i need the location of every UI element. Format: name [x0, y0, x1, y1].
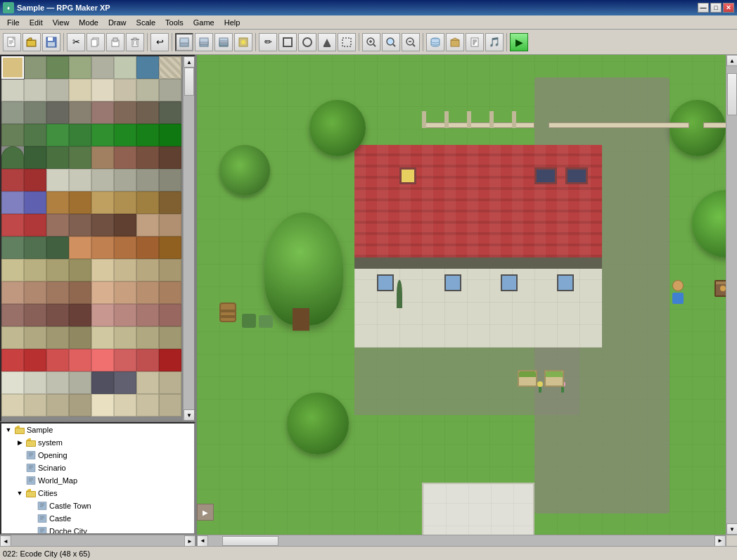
tile[interactable] [69, 349, 91, 371]
tile[interactable] [24, 326, 46, 349]
tree-expand-sample[interactable]: ▼ [3, 426, 14, 433]
tile[interactable] [24, 101, 46, 124]
tile[interactable] [136, 124, 159, 146]
script-button[interactable] [466, 33, 484, 51]
tile[interactable] [159, 79, 181, 101]
tile[interactable] [159, 371, 181, 394]
tile[interactable] [159, 349, 181, 371]
tile[interactable] [69, 259, 91, 281]
tile[interactable] [159, 124, 181, 146]
tile[interactable] [159, 191, 181, 214]
tileset-scroll-down[interactable]: ▼ [184, 409, 195, 421]
tile[interactable] [46, 124, 69, 146]
tile[interactable] [69, 236, 91, 259]
tile[interactable] [136, 371, 159, 394]
undo-button[interactable]: ↩ [150, 33, 169, 51]
tile[interactable] [159, 326, 181, 349]
tile[interactable] [46, 146, 69, 169]
tile[interactable] [91, 124, 114, 146]
tile[interactable] [69, 56, 91, 79]
tree-item-opening[interactable]: ▶ Opening [1, 449, 194, 462]
tile[interactable] [46, 281, 69, 304]
tile[interactable] [24, 169, 46, 191]
tree-expand-cities[interactable]: ▼ [14, 490, 25, 497]
tile[interactable] [46, 371, 69, 394]
new-button[interactable] [3, 33, 21, 51]
map-vscroll[interactable]: ▲ ▼ [726, 55, 737, 535]
tile[interactable] [136, 326, 159, 349]
copy-button[interactable] [86, 33, 105, 51]
tile[interactable] [69, 191, 91, 214]
layer1-button[interactable] [175, 33, 193, 51]
tile[interactable] [24, 214, 46, 236]
tile[interactable] [136, 79, 159, 101]
tree-item-scinario[interactable]: ▶ Scinario [1, 462, 194, 474]
menu-view[interactable]: View [49, 17, 74, 28]
tile[interactable] [69, 124, 91, 146]
tile[interactable] [136, 349, 159, 371]
tree-item-doche-city[interactable]: ▶ Doche City [1, 525, 194, 535]
select-button[interactable] [338, 33, 356, 51]
tile[interactable] [69, 394, 91, 416]
tile[interactable] [91, 56, 114, 79]
fill-button[interactable] [318, 33, 336, 51]
tile[interactable] [159, 236, 181, 259]
tile[interactable] [24, 371, 46, 394]
tile[interactable] [69, 214, 91, 236]
minimize-button[interactable]: — [698, 3, 709, 13]
tile[interactable] [1, 394, 24, 416]
tile[interactable] [46, 236, 69, 259]
tile[interactable] [91, 281, 114, 304]
tile[interactable] [136, 214, 159, 236]
map-nav-arrow[interactable]: ▶ [197, 504, 214, 521]
tile[interactable] [69, 146, 91, 169]
tile[interactable] [91, 304, 114, 326]
tile[interactable] [91, 326, 114, 349]
tile[interactable] [136, 281, 159, 304]
map-tree-hscroll[interactable]: ◄ ► [0, 535, 196, 546]
tree-item-world-map[interactable]: ▶ World_Map [1, 474, 194, 487]
map-viewport[interactable]: ▶ [197, 55, 726, 535]
tile[interactable] [24, 236, 46, 259]
tile[interactable] [114, 326, 136, 349]
tile[interactable] [136, 101, 159, 124]
tree-scroll-right[interactable]: ► [184, 535, 196, 547]
tile[interactable] [1, 371, 24, 394]
tile[interactable] [69, 101, 91, 124]
tile[interactable] [114, 281, 136, 304]
tile[interactable] [1, 236, 24, 259]
tile[interactable] [1, 259, 24, 281]
tile[interactable] [1, 124, 24, 146]
tileset-vscroll[interactable]: ▲ ▼ [183, 56, 194, 421]
tile[interactable] [91, 349, 114, 371]
menu-tools[interactable]: Tools [161, 17, 188, 28]
tile[interactable] [91, 236, 114, 259]
tile[interactable] [114, 101, 136, 124]
save-button[interactable] [42, 33, 60, 51]
map-area[interactable]: ▶ ◄ ► ▲ ▼ [197, 55, 737, 546]
tile[interactable] [136, 304, 159, 326]
tileset-area[interactable] [1, 56, 183, 421]
tile[interactable] [24, 124, 46, 146]
zoom-out-button[interactable] [402, 33, 420, 51]
menu-draw[interactable]: Draw [104, 17, 131, 28]
tile[interactable] [24, 191, 46, 214]
tile[interactable] [69, 371, 91, 394]
close-button[interactable]: ✕ [723, 3, 734, 13]
tile[interactable] [136, 236, 159, 259]
tile[interactable] [136, 191, 159, 214]
tile[interactable] [46, 214, 69, 236]
tileset-scroll-up[interactable]: ▲ [184, 56, 195, 68]
map-vscroll-down[interactable]: ▼ [726, 523, 737, 535]
tile[interactable] [1, 191, 24, 214]
tile[interactable] [136, 259, 159, 281]
tile[interactable] [1, 349, 24, 371]
tile[interactable] [69, 79, 91, 101]
pencil-button[interactable]: ✏ [259, 33, 277, 51]
event-button[interactable] [234, 33, 252, 51]
tile[interactable] [24, 56, 46, 79]
map-vscroll-up[interactable]: ▲ [726, 55, 737, 66]
sound-button[interactable]: 🎵 [485, 33, 504, 51]
tile[interactable] [69, 169, 91, 191]
tile[interactable] [24, 281, 46, 304]
